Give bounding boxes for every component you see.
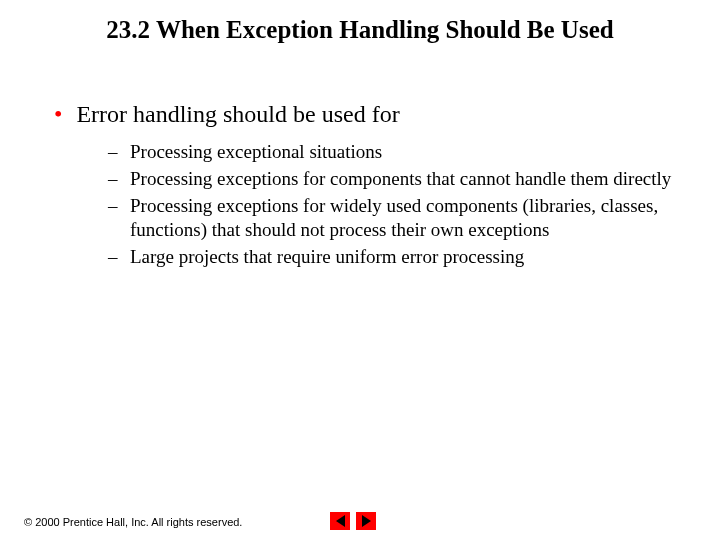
sub-bullet-list: – Processing exceptional situations – Pr… bbox=[54, 140, 680, 269]
dash-marker: – bbox=[108, 167, 120, 192]
list-item: – Processing exceptions for widely used … bbox=[108, 194, 680, 243]
nav-buttons bbox=[330, 512, 376, 530]
list-item-text: Processing exceptions for widely used co… bbox=[130, 194, 680, 243]
main-bullet: • Error handling should be used for bbox=[54, 101, 680, 128]
arrow-right-icon bbox=[362, 515, 371, 527]
bullet-marker: • bbox=[54, 102, 62, 126]
list-item: – Processing exceptions for components t… bbox=[108, 167, 680, 192]
list-item: – Large projects that require uniform er… bbox=[108, 245, 680, 270]
slide-content: • Error handling should be used for – Pr… bbox=[0, 45, 720, 269]
main-bullet-text: Error handling should be used for bbox=[76, 101, 399, 128]
list-item-text: Large projects that require uniform erro… bbox=[130, 245, 524, 270]
prev-button[interactable] bbox=[330, 512, 350, 530]
dash-marker: – bbox=[108, 194, 120, 219]
dash-marker: – bbox=[108, 140, 120, 165]
next-button[interactable] bbox=[356, 512, 376, 530]
list-item-text: Processing exceptions for components tha… bbox=[130, 167, 671, 192]
list-item: – Processing exceptional situations bbox=[108, 140, 680, 165]
copyright-footer: © 2000 Prentice Hall, Inc. All rights re… bbox=[24, 516, 242, 528]
arrow-left-icon bbox=[336, 515, 345, 527]
list-item-text: Processing exceptional situations bbox=[130, 140, 382, 165]
slide-title: 23.2 When Exception Handling Should Be U… bbox=[0, 0, 720, 45]
dash-marker: – bbox=[108, 245, 120, 270]
